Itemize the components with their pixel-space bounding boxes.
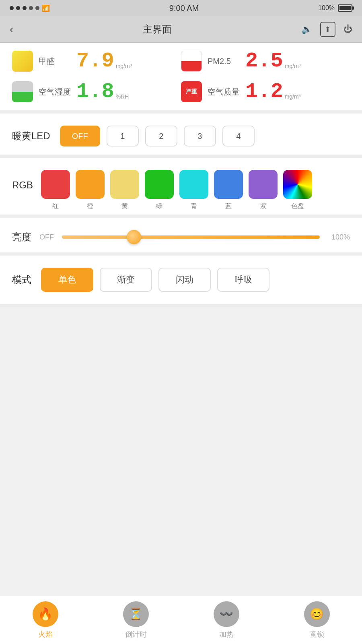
- divider-1: [0, 110, 362, 114]
- gray-area: [0, 307, 362, 644]
- sensor-formaldehyde: 甲醛 7.9 mg/m³: [12, 51, 181, 72]
- swatch-red-color[interactable]: [41, 170, 70, 199]
- heat-icon: 〰️: [214, 601, 239, 627]
- status-right: 100%: [318, 4, 352, 12]
- divider-4: [0, 252, 362, 256]
- airquality-value-wrap: 1.2 mg/m³: [245, 81, 300, 102]
- sensor-humidity: 空气湿度 1.8 %RH: [12, 81, 181, 102]
- humidity-value-wrap: 1.8 %RH: [76, 81, 129, 102]
- humidity-value: 1.8: [76, 81, 114, 102]
- tab-heat-label: 加热: [219, 630, 234, 639]
- volume-icon[interactable]: 🔈: [301, 24, 312, 35]
- swatch-purple: 紫: [249, 170, 278, 211]
- sensor-grid: 甲醛 7.9 mg/m³ PM2.5 2.5 mg/m³: [12, 51, 350, 102]
- rgb-title: RGB: [12, 180, 33, 191]
- wifi-icon: 📶: [42, 4, 50, 12]
- led-btn-4[interactable]: 4: [222, 126, 255, 147]
- swatch-blue-color[interactable]: [214, 170, 243, 199]
- humidity-label: 空气湿度: [39, 87, 71, 97]
- brightness-title: 亮度: [12, 231, 31, 244]
- mode-title: 模式: [12, 273, 31, 286]
- swatch-green: 绿: [145, 170, 174, 211]
- tab-timer[interactable]: ⏳ 倒计时: [123, 601, 149, 639]
- power-icon[interactable]: ⏻: [343, 24, 352, 35]
- mode-btn-breathe[interactable]: 呼吸: [217, 268, 269, 292]
- swatch-green-color[interactable]: [145, 170, 174, 199]
- swatch-rainbow-label: 色盘: [291, 202, 304, 211]
- slider-thumb[interactable]: [127, 230, 141, 244]
- led-title: 暖黄LED: [12, 130, 50, 142]
- mode-btn-solid[interactable]: 单色: [41, 268, 93, 292]
- tab-timer-label: 倒计时: [125, 630, 147, 639]
- swatch-orange-color[interactable]: [76, 170, 105, 199]
- swatch-cyan-label: 青: [191, 202, 197, 211]
- airquality-icon-text: 严重: [186, 88, 197, 95]
- tab-flame-label: 火焰: [38, 630, 53, 639]
- formaldehyde-label: 甲醛: [39, 56, 71, 67]
- pm25-value: 2.5: [245, 51, 283, 72]
- airquality-label: 空气质量: [208, 87, 240, 97]
- swatch-blue-label: 蓝: [225, 202, 232, 211]
- swatch-cyan: 青: [179, 170, 208, 211]
- status-time: 9:00 AM: [169, 4, 199, 13]
- nav-icons: 🔈 ⬆ ⏻: [301, 22, 352, 37]
- signal-dot-2: [16, 6, 20, 10]
- tab-childlock-label: 童锁: [310, 630, 324, 639]
- swatch-yellow: 黄: [110, 170, 139, 211]
- upload-icon[interactable]: ⬆: [320, 22, 335, 37]
- airquality-icon: 严重: [181, 81, 202, 102]
- swatch-red-label: 红: [52, 202, 59, 211]
- swatch-rainbow-color[interactable]: [283, 170, 312, 199]
- swatch-rainbow: 色盘: [283, 170, 312, 211]
- pm25-value-wrap: 2.5 mg/m³: [245, 51, 300, 72]
- childlock-icon: 😊: [304, 601, 330, 627]
- mode-btn-flash[interactable]: 闪动: [158, 268, 211, 292]
- swatch-yellow-color[interactable]: [110, 170, 139, 199]
- nav-title: 主界面: [143, 23, 172, 36]
- pm25-label: PM2.5: [208, 57, 240, 66]
- back-button[interactable]: ‹: [10, 23, 13, 36]
- mode-section: 模式 单色 渐变 闪动 呼吸: [0, 256, 362, 304]
- rgb-section: RGB 红 橙 黄 绿: [0, 158, 362, 215]
- sensor-pm25: PM2.5 2.5 mg/m³: [181, 51, 350, 72]
- tab-bar: 🔥 火焰 ⏳ 倒计时 〰️ 加热 😊 童锁: [0, 596, 362, 644]
- tab-heat[interactable]: 〰️ 加热: [214, 601, 239, 639]
- led-btn-off[interactable]: OFF: [60, 126, 100, 147]
- main-content: 甲醛 7.9 mg/m³ PM2.5 2.5 mg/m³: [0, 43, 362, 307]
- brightness-off: OFF: [39, 233, 54, 242]
- formaldehyde-icon: [12, 51, 33, 72]
- formaldehyde-value-wrap: 7.9 mg/m³: [76, 51, 132, 72]
- humidity-icon: [12, 81, 33, 102]
- signal-dot-1: [10, 6, 14, 10]
- brightness-slider[interactable]: [62, 230, 320, 244]
- pm25-icon: [181, 51, 202, 72]
- signal-dot-4: [29, 6, 33, 10]
- status-left: 📶: [10, 4, 50, 12]
- tab-childlock[interactable]: 😊 童锁: [304, 601, 330, 639]
- airquality-value: 1.2: [245, 81, 283, 102]
- led-btn-2[interactable]: 2: [145, 126, 177, 147]
- swatch-orange: 橙: [76, 170, 105, 211]
- brightness-value: 100%: [328, 233, 350, 242]
- sensor-section: 甲醛 7.9 mg/m³ PM2.5 2.5 mg/m³: [0, 43, 362, 110]
- formaldehyde-unit: mg/m³: [116, 63, 132, 69]
- divider-3: [0, 215, 362, 218]
- mode-btn-gradient[interactable]: 渐变: [100, 268, 152, 292]
- swatch-orange-label: 橙: [87, 202, 93, 211]
- led-row: 暖黄LED OFF 1 2 3 4: [12, 126, 350, 147]
- battery-icon: [338, 4, 352, 12]
- brightness-section: 亮度 OFF 100%: [0, 218, 362, 252]
- divider-5: [0, 304, 362, 307]
- led-btn-3[interactable]: 3: [184, 126, 216, 147]
- rgb-row: RGB 红 橙 黄 绿: [12, 170, 350, 211]
- led-btn-1[interactable]: 1: [107, 126, 139, 147]
- swatch-purple-color[interactable]: [249, 170, 278, 199]
- nav-bar: ‹ 主界面 🔈 ⬆ ⏻: [0, 16, 362, 43]
- swatch-purple-label: 紫: [260, 202, 266, 211]
- tab-flame[interactable]: 🔥 火焰: [33, 601, 58, 639]
- brightness-row: 亮度 OFF 100%: [12, 230, 350, 244]
- led-section: 暖黄LED OFF 1 2 3 4: [0, 114, 362, 155]
- signal-dot-3: [23, 6, 27, 10]
- swatch-cyan-color[interactable]: [179, 170, 208, 199]
- swatch-yellow-label: 黄: [121, 202, 128, 211]
